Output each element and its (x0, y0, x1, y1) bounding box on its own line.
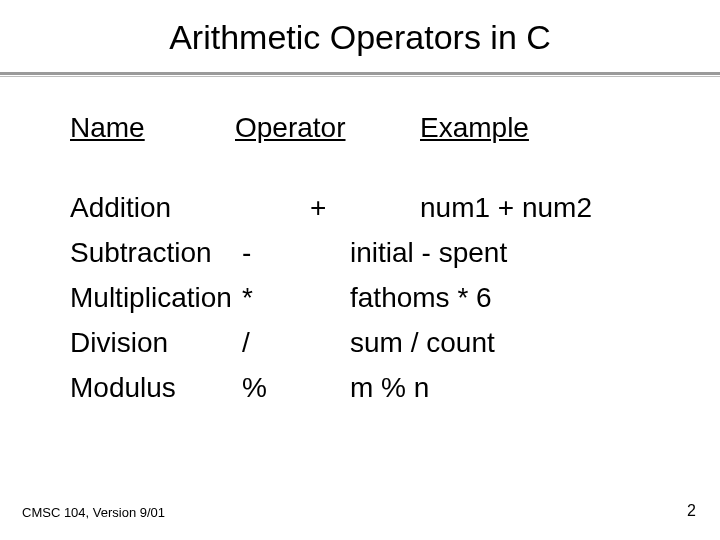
cell-operator: + (310, 185, 370, 230)
slide-title: Arithmetic Operators in C (0, 18, 720, 57)
cell-name: Division (70, 320, 168, 365)
header-name: Name (70, 112, 145, 144)
footer-course: CMSC 104, Version 9/01 (22, 505, 165, 520)
slide: Arithmetic Operators in C Name Operator … (0, 0, 720, 540)
cell-example: sum / count (350, 320, 495, 365)
table-row: Subtraction - initial - spent (0, 230, 720, 275)
header-operator: Operator (235, 112, 346, 144)
footer-page-number: 2 (687, 502, 696, 520)
cell-name: Subtraction (70, 230, 212, 275)
table-row: Addition + num1 + num2 (0, 185, 720, 230)
cell-name: Addition (70, 185, 171, 230)
table-row: Division / sum / count (0, 320, 720, 365)
cell-operator: * (242, 275, 302, 320)
cell-name: Modulus (70, 365, 176, 410)
cell-example: m % n (350, 365, 429, 410)
table-row: Modulus % m % n (0, 365, 720, 410)
cell-operator: / (242, 320, 302, 365)
cell-example: num1 + num2 (420, 185, 592, 230)
cell-operator: % (242, 365, 302, 410)
table-body: Addition + num1 + num2 Subtraction - ini… (0, 185, 720, 410)
table-row: Multiplication * fathoms * 6 (0, 275, 720, 320)
horizontal-rule (0, 72, 720, 78)
cell-name: Multiplication (70, 275, 232, 320)
header-example: Example (420, 112, 529, 144)
cell-example: fathoms * 6 (350, 275, 492, 320)
cell-example: initial - spent (350, 230, 507, 275)
cell-operator: - (242, 230, 302, 275)
